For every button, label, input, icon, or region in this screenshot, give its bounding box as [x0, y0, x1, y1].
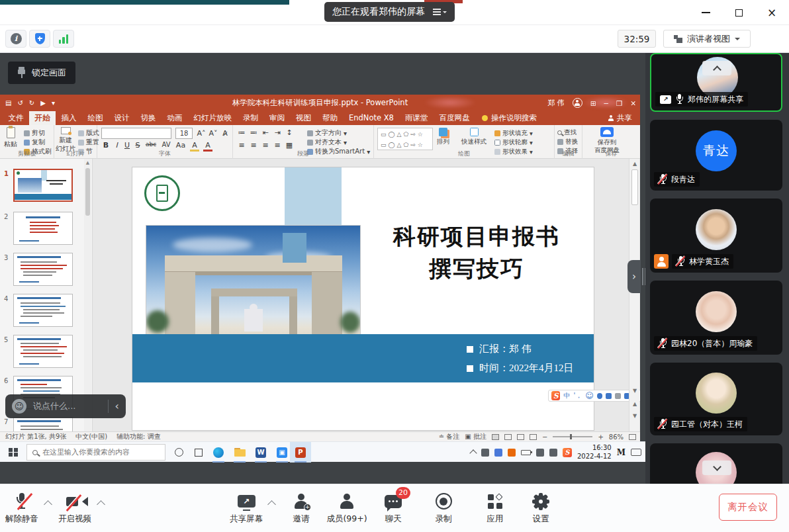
align-center-button[interactable]: ≡ [249, 141, 258, 150]
shrink-font-button[interactable]: A˅ [209, 129, 218, 138]
emoji-icon[interactable]: ☺ [585, 391, 594, 400]
tab-review[interactable]: 审阅 [264, 111, 291, 125]
thumbnail-scrollbar[interactable]: ▲ [84, 159, 91, 431]
taskbar-meeting-app[interactable]: ▣ [273, 442, 291, 463]
tab-transitions[interactable]: 切换 [135, 111, 162, 125]
sogou-tray-icon[interactable]: S [563, 448, 572, 457]
participant-tile[interactable]: 青达 段青达 [650, 120, 782, 191]
tab-view[interactable]: 视图 [291, 111, 317, 125]
participants-scroll-up-button[interactable] [702, 61, 731, 75]
zoom-slider-thumb[interactable] [570, 434, 572, 439]
ime-lang-indicator[interactable]: 中 [563, 391, 570, 400]
underline-button[interactable]: U [122, 141, 132, 150]
ppt-account-avatar[interactable] [573, 98, 582, 108]
banner-menu-icon[interactable] [433, 9, 447, 15]
reset-button[interactable]: 重置 [78, 138, 99, 147]
tab-draw[interactable]: 绘图 [82, 111, 109, 125]
columns-button[interactable]: ▦ [285, 141, 294, 150]
members-button[interactable]: 成员(99+) [322, 492, 372, 525]
quick-chat-bubble[interactable]: ☺ 说点什么... ‹ [5, 394, 126, 418]
slideshow-view-button[interactable] [530, 434, 537, 440]
participant-tile[interactable]: 林学黄玉杰 [650, 199, 782, 273]
tray-person-icon[interactable] [508, 449, 516, 457]
align-right-button[interactable]: ≡ [261, 141, 270, 150]
tab-endnote[interactable]: EndNote X8 [344, 111, 400, 125]
network-quality-button[interactable] [53, 30, 74, 48]
tab-baidu-pan[interactable]: 百度网盘 [434, 111, 475, 125]
change-case-button[interactable]: Aa [174, 141, 187, 150]
battery-icon[interactable] [521, 450, 531, 455]
shapes-gallery[interactable]: ▭◯△⬠⇨☆▭◯△⬠⇨☆ [377, 128, 433, 150]
start-button[interactable] [5, 442, 21, 463]
tray-mic-icon[interactable] [481, 449, 489, 457]
watching-screen-banner[interactable]: 您正在观看郑伟的屏幕 [324, 2, 455, 22]
qat-customize-icon[interactable]: ▾ [52, 99, 55, 107]
close-button[interactable]: × [763, 5, 781, 21]
network-icon[interactable] [536, 449, 544, 457]
fit-slide-button[interactable] [629, 434, 636, 440]
ribbon-display-options-icon[interactable]: ⊞ [590, 99, 596, 107]
next-slide-button[interactable]: ▼ [629, 413, 640, 419]
sogou-logo-icon[interactable]: S [551, 391, 560, 400]
fullscreen-button[interactable] [764, 30, 781, 48]
volume-icon[interactable] [549, 449, 557, 457]
slideshow-icon[interactable]: ▶ [40, 99, 46, 107]
view-mode-selector[interactable]: 演讲者视图 [663, 30, 751, 48]
slide-thumbnail-3[interactable] [13, 253, 73, 286]
ime-toolbar[interactable]: S 中 '， ☺ [548, 390, 640, 402]
participant-tile[interactable]: 园工管（对本）王柯 [650, 363, 782, 435]
copy-button[interactable]: 复制 [24, 138, 45, 147]
quick-styles-button[interactable]: 快速样式 [461, 128, 487, 146]
touch-keyboard-icon[interactable] [631, 449, 641, 456]
previous-slide-button[interactable]: ▲ [629, 401, 640, 407]
tab-insert[interactable]: 插入 [56, 111, 82, 125]
cortana-button[interactable] [171, 442, 187, 463]
tray-app-icon[interactable] [494, 449, 502, 457]
scroll-up-arrow[interactable]: ▲ [629, 161, 640, 167]
slide-canvas[interactable]: 科研项目申报书 撰写技巧 汇报：郑 伟 时间：2022年4月12日 [132, 167, 594, 430]
bullets-button[interactable]: ≔ [237, 128, 246, 137]
tell-me-search[interactable]: 操作说明搜索 [475, 111, 543, 125]
leave-meeting-button[interactable]: 离开会议 [719, 494, 777, 521]
scroll-down-arrow[interactable]: ▼ [629, 388, 640, 394]
lock-screen-button[interactable]: 锁定画面 [8, 62, 75, 84]
record-button[interactable]: 录制 [418, 492, 469, 525]
sidebar-collapse-button[interactable]: › [627, 260, 641, 293]
minimize-button[interactable] [696, 5, 715, 21]
italic-button[interactable]: I [112, 141, 121, 150]
slide-thumbnail-1[interactable] [13, 169, 73, 202]
account-icon[interactable] [615, 393, 621, 399]
tab-design[interactable]: 设计 [109, 111, 135, 125]
replace-button[interactable]: 替换 [557, 138, 578, 146]
zoom-out-button[interactable]: − [542, 433, 547, 441]
invite-button[interactable]: + 邀请 [276, 492, 326, 525]
grow-font-button[interactable]: A˄ [197, 129, 206, 138]
tab-record[interactable]: 录制 [238, 111, 264, 125]
ppt-close-button[interactable]: ✕ [630, 99, 636, 107]
chat-button[interactable]: 20 聊天 [368, 492, 418, 525]
justify-button[interactable]: ≡ [273, 141, 282, 150]
cut-button[interactable]: 剪切 [24, 128, 45, 138]
slide-thumbnail-7[interactable] [13, 417, 73, 431]
maximize-button[interactable] [729, 5, 748, 21]
voice-icon[interactable] [597, 393, 603, 399]
taskbar-word[interactable]: W [252, 442, 270, 463]
ppt-share-button[interactable]: 共享 [600, 111, 640, 125]
tab-file[interactable]: 文件 [3, 111, 29, 125]
apps-button[interactable]: 应用 [470, 492, 520, 525]
start-video-button[interactable]: 开启视频 [50, 492, 100, 525]
reading-view-button[interactable] [517, 434, 524, 440]
increase-indent-button[interactable]: ⇥ [273, 128, 282, 137]
panel-drag-handle[interactable] [642, 268, 643, 285]
notes-button[interactable]: ≐ 备注 [439, 432, 460, 441]
char-spacing-button[interactable]: AV [160, 141, 173, 148]
settings-button[interactable]: 设置 [516, 492, 566, 525]
unmute-button[interactable]: 解除静音 [0, 492, 47, 525]
arrange-button[interactable]: 排列 [437, 128, 449, 146]
meeting-security-button[interactable] [29, 30, 50, 48]
font-size-box[interactable]: 18 [175, 128, 193, 139]
accessibility-status[interactable]: 辅助功能: 调查 [116, 432, 161, 441]
strikethrough-button[interactable]: S [133, 141, 142, 150]
punctuation-icon[interactable]: '， [573, 391, 582, 400]
decrease-indent-button[interactable]: ⇤ [261, 128, 270, 137]
